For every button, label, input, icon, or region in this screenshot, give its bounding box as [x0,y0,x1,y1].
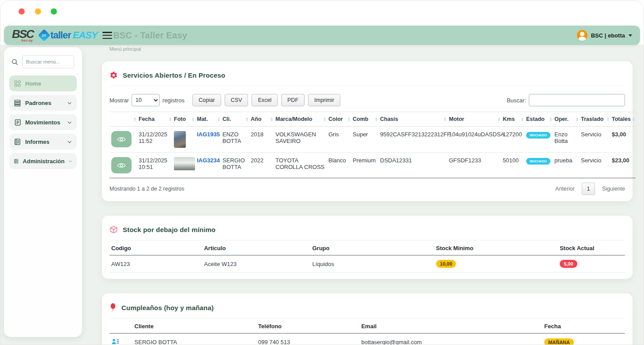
table-search-input[interactable] [529,94,625,106]
journal-icon [14,119,21,126]
page-number-button[interactable]: 1 [582,183,595,195]
plate-link[interactable]: IAG3234 [197,157,220,164]
birthday-email: bottasergio@gmail.com [359,334,542,345]
service-time: 10:51 [139,164,170,170]
eye-icon [117,161,126,170]
column-header-traslado[interactable]: Traslado▲▼ [579,112,610,127]
vehicle-color: Blanco [327,153,351,178]
engine-number: 104u91024uDASDSA [447,127,501,153]
vehicle-model: TOYOTA COROLLA CROSS [274,153,327,178]
taller-easy-logo: 2Y taller EASY [40,30,98,41]
sort-icon: ▲▼ [444,117,447,121]
client-name: ENZO BOTTA [221,127,249,153]
excel-button[interactable]: Excel [252,94,278,106]
document-lines-icon [14,158,19,165]
fuel-type: Super [351,127,378,153]
service-date: 31/12/2025 [139,131,170,138]
column-header-stock-actual: Stock Actual [558,240,625,255]
bsc-logo-subtext: bsc.uy [22,39,33,42]
hamburger-menu-icon[interactable] [102,32,112,39]
sort-icon: ▲▼ [323,117,326,121]
column-header-kms[interactable]: Kms▲▼ [501,112,524,127]
pdf-button[interactable]: PDF [281,94,305,106]
transfer-type: Servicio [579,127,610,153]
prev-page-button[interactable]: Anterior [555,186,575,192]
column-header-motor[interactable]: Motor▲▼ [447,112,501,127]
user-avatar-icon [577,30,588,41]
column-header-codigo: Codigo [109,240,202,255]
csv-button[interactable]: CSV [225,94,249,106]
print-button[interactable]: Imprimir [308,94,340,106]
birthday-phone: 099 740 513 [256,334,360,345]
status-badge: INICIADO [526,132,550,139]
maximize-window-button[interactable] [51,8,57,15]
column-header-stock-minimo: Stock Minimo [434,240,558,255]
engine-number: GFSDF1233 [447,153,501,178]
column-header-fecha: Fecha [542,319,625,334]
column-header-color[interactable]: Color▲▼ [327,112,351,127]
close-window-button[interactable] [19,8,25,15]
sidebar-item-movimientos[interactable]: Movimientos [9,114,77,130]
transfer-type: Servicio [579,153,610,178]
column-header-actions[interactable]: ▲▼ [109,112,137,127]
sidebar-item-padrones[interactable]: Padrones [9,95,77,111]
sort-icon: ▲▼ [606,117,610,121]
sidebar-item-administracion[interactable]: Administración [9,153,77,169]
page-length-select[interactable]: 10 [132,94,160,106]
column-header-chasis[interactable]: Chasis▲▼ [378,112,447,127]
column-header-marca[interactable]: Marca/Modelo▲▼ [274,112,327,127]
column-header-articulo: Articulo [202,240,310,255]
copy-button[interactable]: Copiar [192,94,221,106]
balloon-icon [109,303,117,312]
chevron-down-icon [67,120,72,125]
vehicle-year: 2022 [249,153,274,178]
column-header-mat[interactable]: Mat.▲▼ [195,112,221,127]
stock-min-badge: 10,00 [436,260,456,268]
status-badge: INICIADO [526,158,550,165]
stock-code: AW123 [109,255,202,273]
service-row: 31/12/202511:52 IAG1935 ENZO BOTTA 2018 … [109,127,636,153]
app-header: BSC bsc.uy 2Y taller EASY BSC - Taller E… [4,26,640,45]
stock-row: AW123 Aceite W123 Líquidos 10,00 5,00 [109,255,625,273]
plate-link[interactable]: IAG1935 [197,131,220,138]
vehicle-photo[interactable] [174,157,195,170]
view-service-button[interactable] [111,131,132,147]
sort-icon: ▲▼ [632,117,635,121]
stock-article: Aceite W123 [202,255,310,273]
sort-icon: ▲▼ [133,117,136,121]
sidebar-item-informes[interactable]: Informes [9,134,77,150]
vehicle-photo[interactable] [174,131,186,148]
service-row: 31/12/202510:51 IAG3234 SERGIO BOTTA 202… [109,153,636,178]
column-header-totales[interactable]: Totales▲▼ [610,112,636,127]
column-header-ano[interactable]: Año▲▼ [249,112,274,127]
column-header-cli[interactable]: Cli.▲▼ [221,112,249,127]
sidebar-item-home[interactable]: Home [9,75,77,91]
sort-icon: ▲▼ [169,117,172,121]
view-service-button[interactable] [111,157,132,173]
stock-group: Líquidos [311,255,434,273]
user-menu[interactable]: BSC | ebotta [577,30,632,41]
operator-name: Enzo Botta [553,127,579,153]
total-amount: $3,00 [610,127,636,153]
menu-search-input[interactable] [22,55,74,68]
column-header-fecha[interactable]: Fecha▲▼ [137,112,172,127]
stock-actual-badge: 5,00 [560,260,577,268]
column-header-foto[interactable]: Foto▲▼ [172,112,195,127]
bsc-logo: BSC bsc.uy [12,28,34,42]
birthday-date-badge: MAÑANA [544,338,574,345]
minimize-window-button[interactable] [35,8,41,15]
sort-icon: ▲▼ [576,117,579,121]
column-header-oper[interactable]: Oper.▲▼ [553,112,579,127]
chevron-down-icon [629,34,632,37]
column-header-comb[interactable]: Comb▲▼ [351,112,378,127]
next-page-button[interactable]: Siguiente [602,186,625,192]
column-header-estado[interactable]: Estado▲▼ [524,112,553,127]
sort-icon: ▲▼ [549,117,552,121]
app-window: BSC bsc.uy 2Y taller EASY BSC - Taller E… [0,0,644,345]
breadcrumb: Menú principal [109,46,633,52]
service-time: 11:52 [139,138,170,144]
column-header-email: Email [359,319,542,334]
stock-panel: Stock por debajo del mínimo Codigo Artic… [102,216,633,279]
sort-icon: ▲▼ [375,117,378,121]
services-table: ▲▼ Fecha▲▼ Foto▲▼ Mat.▲▼ Cli.▲▼ Año▲▼ Ma… [109,112,636,178]
